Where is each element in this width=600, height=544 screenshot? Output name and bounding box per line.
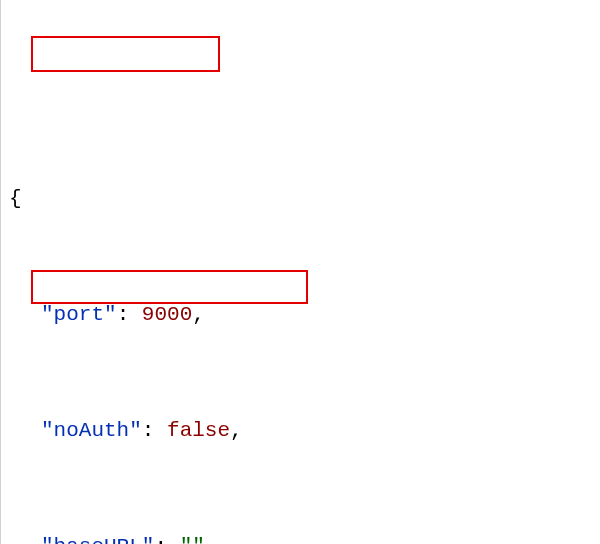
highlight-port [31,36,220,72]
highlight-scope [31,270,308,304]
key-baseURL: "baseURL" [41,535,154,544]
val-noAuth: false [167,419,230,442]
line-open-brace: { [9,184,600,213]
line-baseURL: "baseURL": "", [9,532,600,544]
val-baseURL: "" [180,535,205,544]
key-noAuth: "noAuth" [41,419,142,442]
line-port: "port": 9000, [9,300,600,329]
val-port: 9000 [142,303,192,326]
json-config-block: { "port": 9000, "noAuth": false, "baseUR… [0,0,600,544]
open-brace: { [9,187,22,210]
line-noAuth: "noAuth": false, [9,416,600,445]
key-port: "port" [41,303,117,326]
